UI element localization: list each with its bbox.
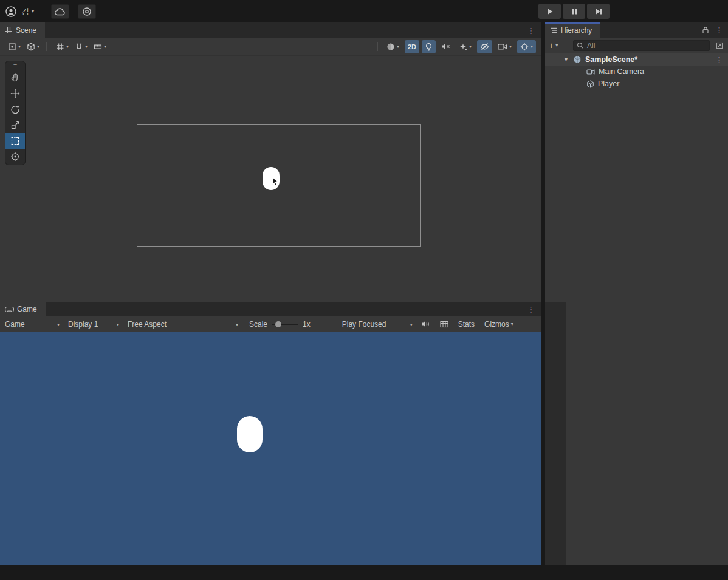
play-focus-dropdown[interactable]: Play Focused ▾ bbox=[337, 316, 416, 332]
chevron-down-icon: ▾ bbox=[555, 43, 558, 48]
hand-icon bbox=[10, 73, 20, 83]
scene-panel-menu-button[interactable]: ⋮ bbox=[527, 26, 535, 34]
services-button[interactable] bbox=[78, 4, 96, 19]
stats-button[interactable]: Stats bbox=[453, 316, 479, 332]
toolbar-separator bbox=[46, 42, 49, 51]
scene-toolbar: ▾ ▾ ▾ ▾ ▾ ▾ bbox=[0, 38, 541, 56]
main-toolbar: 김 ▾ bbox=[0, 0, 728, 22]
scene-visibility-button[interactable] bbox=[477, 40, 492, 53]
search-filter-value: All bbox=[587, 41, 595, 50]
tab-scene-label: Scene bbox=[16, 26, 36, 35]
chevron-down-icon: ▾ bbox=[57, 322, 60, 327]
chevron-down-icon: ▾ bbox=[104, 44, 106, 49]
cloud-button[interactable] bbox=[51, 4, 69, 19]
step-icon bbox=[594, 7, 603, 16]
hierarchy-row-main-camera[interactable]: Main Camera bbox=[545, 66, 728, 78]
tool-handle-position-button[interactable]: ▾ bbox=[5, 40, 24, 53]
tab-game[interactable]: Game bbox=[0, 302, 46, 316]
grid-icon bbox=[56, 43, 64, 51]
scene-viewport[interactable]: ≡ bbox=[0, 56, 541, 302]
game-target-dropdown[interactable]: Game ▾ bbox=[0, 316, 63, 332]
foldout-open-icon[interactable]: ▼ bbox=[563, 56, 569, 63]
shading-mode-button[interactable]: ▾ bbox=[383, 40, 402, 53]
mute-audio-button[interactable] bbox=[416, 316, 435, 332]
hand-tool-button[interactable] bbox=[5, 70, 25, 86]
account-name: 김 bbox=[21, 6, 29, 17]
game-panel-menu-button[interactable]: ⋮ bbox=[527, 305, 535, 313]
rotate-tool-button[interactable] bbox=[5, 101, 25, 117]
move-icon bbox=[10, 89, 20, 98]
shaded-sphere-icon bbox=[386, 43, 395, 51]
tab-hierarchy-label: Hierarchy bbox=[561, 26, 592, 35]
game-viewport[interactable] bbox=[0, 332, 541, 565]
toggle-2d-button[interactable]: 2D bbox=[405, 40, 419, 53]
hierarchy-row-scene[interactable]: ▼ SampleScene* ⋮ bbox=[545, 53, 728, 66]
rect-tool-icon bbox=[10, 136, 20, 146]
chevron-down-icon: ▾ bbox=[531, 44, 533, 49]
gizmos-dropdown-button[interactable]: ▾ bbox=[517, 40, 536, 53]
chevron-down-icon: ▾ bbox=[117, 322, 119, 327]
chevron-down-icon: ▾ bbox=[397, 44, 399, 49]
scale-slider[interactable] bbox=[272, 321, 298, 328]
game-gizmos-button[interactable]: Gizmos ▾ bbox=[479, 316, 518, 332]
unity-scene-icon bbox=[573, 55, 582, 64]
snap-toggle-button[interactable]: ▾ bbox=[72, 40, 91, 53]
vsync-grid-icon bbox=[440, 321, 448, 328]
account-icon bbox=[5, 5, 17, 18]
search-icon bbox=[577, 42, 584, 49]
aspect-ratio-dropdown[interactable]: Free Aspect ▾ bbox=[123, 316, 242, 332]
scene-audio-button[interactable] bbox=[438, 40, 453, 53]
slider-thumb bbox=[275, 321, 281, 327]
hierarchy-menu-button[interactable]: ⋮ bbox=[715, 26, 723, 34]
chevron-down-icon: ▾ bbox=[85, 44, 88, 49]
gameobject-name: Main Camera bbox=[599, 67, 644, 76]
scale-icon bbox=[10, 120, 20, 130]
play-focus-label: Play Focused bbox=[342, 320, 386, 329]
tab-hierarchy[interactable]: Hierarchy bbox=[545, 22, 600, 38]
scene-effects-button[interactable]: ▾ bbox=[456, 40, 475, 53]
play-icon bbox=[546, 7, 554, 16]
scale-control: Scale 1x bbox=[249, 320, 311, 329]
account-name-dropdown[interactable]: 김 ▾ bbox=[19, 4, 36, 19]
chevron-down-icon: ▾ bbox=[32, 9, 34, 14]
status-bar bbox=[0, 565, 728, 580]
2d-label: 2D bbox=[408, 43, 416, 50]
palette-drag-handle[interactable]: ≡ bbox=[5, 61, 25, 70]
create-object-button[interactable]: + ▾ bbox=[549, 40, 558, 51]
effects-star-icon bbox=[459, 43, 467, 51]
hierarchy-tree: ▼ SampleScene* ⋮ Main Camera Player bbox=[545, 53, 728, 90]
open-search-window-icon[interactable] bbox=[716, 42, 723, 49]
tab-scene[interactable]: Scene bbox=[0, 22, 45, 38]
pause-button[interactable] bbox=[563, 4, 585, 19]
account-button[interactable] bbox=[4, 4, 18, 19]
cube-icon bbox=[586, 80, 594, 88]
scene-row-menu-button[interactable]: ⋮ bbox=[715, 56, 723, 64]
play-button[interactable] bbox=[538, 4, 561, 19]
pivot-icon bbox=[8, 43, 16, 51]
display-dropdown[interactable]: Display 1 ▾ bbox=[63, 316, 123, 332]
display-label: Display 1 bbox=[68, 320, 98, 329]
scene-lighting-button[interactable] bbox=[422, 40, 436, 53]
transform-tool-button[interactable] bbox=[5, 149, 25, 165]
lock-icon[interactable] bbox=[702, 26, 709, 34]
lightbulb-icon bbox=[425, 43, 433, 51]
tool-handle-rotation-button[interactable]: ▾ bbox=[24, 40, 43, 53]
hierarchy-search-input[interactable]: All bbox=[573, 40, 710, 51]
snap-increment-button[interactable]: ▾ bbox=[91, 40, 109, 53]
hierarchy-tab-icons: ⋮ bbox=[702, 22, 723, 38]
panel-splitter[interactable] bbox=[541, 22, 545, 565]
hierarchy-toolbar: + ▾ All bbox=[545, 38, 728, 53]
move-tool-button[interactable] bbox=[5, 86, 25, 101]
scene-camera-button[interactable]: ▾ bbox=[495, 40, 515, 53]
rect-tool-button[interactable] bbox=[5, 133, 25, 149]
cursor-icon bbox=[272, 177, 280, 186]
player-capsule-game bbox=[237, 416, 263, 452]
chevron-down-icon: ▾ bbox=[509, 44, 512, 49]
scene-panel: Scene ⋮ ▾ ▾ ▾ ▾ ▾ bbox=[0, 22, 541, 302]
scale-tool-button[interactable] bbox=[5, 117, 25, 133]
cloud-icon bbox=[55, 7, 66, 16]
vsync-button[interactable] bbox=[435, 316, 453, 332]
hierarchy-row-player[interactable]: Player bbox=[545, 78, 728, 90]
step-button[interactable] bbox=[587, 4, 610, 19]
grid-visibility-button[interactable]: ▾ bbox=[53, 40, 72, 53]
